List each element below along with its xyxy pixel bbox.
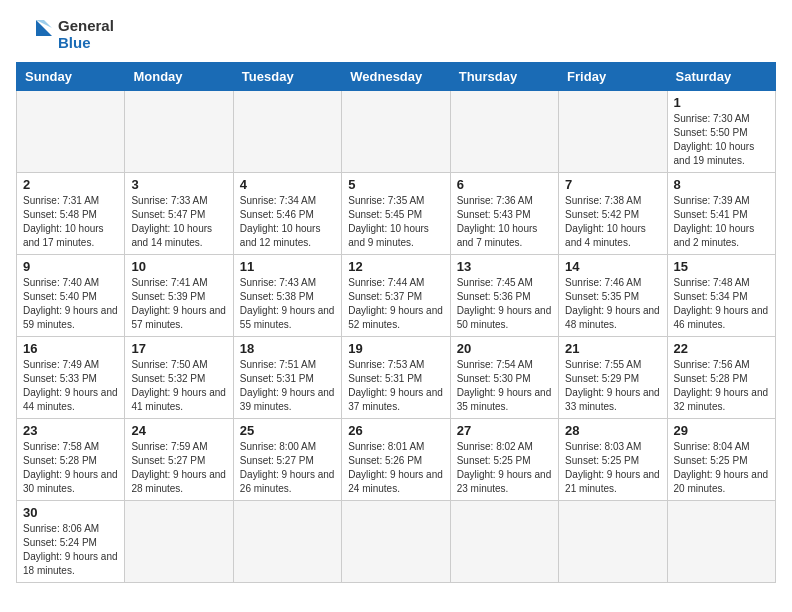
week-row-1: 1Sunrise: 7:30 AM Sunset: 5:50 PM Daylig… bbox=[17, 91, 776, 173]
day-number: 22 bbox=[674, 341, 769, 356]
week-row-4: 16Sunrise: 7:49 AM Sunset: 5:33 PM Dayli… bbox=[17, 337, 776, 419]
day-cell: 10Sunrise: 7:41 AM Sunset: 5:39 PM Dayli… bbox=[125, 255, 233, 337]
day-info: Sunrise: 8:04 AM Sunset: 5:25 PM Dayligh… bbox=[674, 440, 769, 496]
day-info: Sunrise: 7:53 AM Sunset: 5:31 PM Dayligh… bbox=[348, 358, 443, 414]
day-info: Sunrise: 7:50 AM Sunset: 5:32 PM Dayligh… bbox=[131, 358, 226, 414]
day-cell: 3Sunrise: 7:33 AM Sunset: 5:47 PM Daylig… bbox=[125, 173, 233, 255]
day-number: 10 bbox=[131, 259, 226, 274]
day-info: Sunrise: 7:38 AM Sunset: 5:42 PM Dayligh… bbox=[565, 194, 660, 250]
day-number: 3 bbox=[131, 177, 226, 192]
page-header: General Blue bbox=[16, 16, 776, 52]
day-info: Sunrise: 7:58 AM Sunset: 5:28 PM Dayligh… bbox=[23, 440, 118, 496]
day-info: Sunrise: 7:48 AM Sunset: 5:34 PM Dayligh… bbox=[674, 276, 769, 332]
day-cell: 14Sunrise: 7:46 AM Sunset: 5:35 PM Dayli… bbox=[559, 255, 667, 337]
logo-general: General bbox=[58, 17, 114, 34]
day-number: 6 bbox=[457, 177, 552, 192]
day-cell: 23Sunrise: 7:58 AM Sunset: 5:28 PM Dayli… bbox=[17, 419, 125, 501]
day-info: Sunrise: 8:01 AM Sunset: 5:26 PM Dayligh… bbox=[348, 440, 443, 496]
day-cell: 15Sunrise: 7:48 AM Sunset: 5:34 PM Dayli… bbox=[667, 255, 775, 337]
weekday-friday: Friday bbox=[559, 63, 667, 91]
day-info: Sunrise: 7:31 AM Sunset: 5:48 PM Dayligh… bbox=[23, 194, 118, 250]
day-number: 4 bbox=[240, 177, 335, 192]
logo-container: General Blue bbox=[16, 16, 114, 52]
day-number: 19 bbox=[348, 341, 443, 356]
day-cell: 22Sunrise: 7:56 AM Sunset: 5:28 PM Dayli… bbox=[667, 337, 775, 419]
weekday-monday: Monday bbox=[125, 63, 233, 91]
day-number: 26 bbox=[348, 423, 443, 438]
logo: General Blue bbox=[16, 16, 114, 52]
week-row-5: 23Sunrise: 7:58 AM Sunset: 5:28 PM Dayli… bbox=[17, 419, 776, 501]
day-info: Sunrise: 7:33 AM Sunset: 5:47 PM Dayligh… bbox=[131, 194, 226, 250]
day-cell bbox=[233, 91, 341, 173]
day-info: Sunrise: 7:45 AM Sunset: 5:36 PM Dayligh… bbox=[457, 276, 552, 332]
day-cell: 1Sunrise: 7:30 AM Sunset: 5:50 PM Daylig… bbox=[667, 91, 775, 173]
weekday-wednesday: Wednesday bbox=[342, 63, 450, 91]
day-info: Sunrise: 7:49 AM Sunset: 5:33 PM Dayligh… bbox=[23, 358, 118, 414]
weekday-thursday: Thursday bbox=[450, 63, 558, 91]
day-cell: 27Sunrise: 8:02 AM Sunset: 5:25 PM Dayli… bbox=[450, 419, 558, 501]
day-cell: 20Sunrise: 7:54 AM Sunset: 5:30 PM Dayli… bbox=[450, 337, 558, 419]
weekday-header-row: SundayMondayTuesdayWednesdayThursdayFrid… bbox=[17, 63, 776, 91]
day-cell bbox=[342, 501, 450, 583]
day-cell bbox=[125, 91, 233, 173]
day-cell bbox=[667, 501, 775, 583]
day-info: Sunrise: 7:41 AM Sunset: 5:39 PM Dayligh… bbox=[131, 276, 226, 332]
day-number: 24 bbox=[131, 423, 226, 438]
day-number: 25 bbox=[240, 423, 335, 438]
day-number: 8 bbox=[674, 177, 769, 192]
day-cell: 17Sunrise: 7:50 AM Sunset: 5:32 PM Dayli… bbox=[125, 337, 233, 419]
day-info: Sunrise: 7:36 AM Sunset: 5:43 PM Dayligh… bbox=[457, 194, 552, 250]
day-number: 27 bbox=[457, 423, 552, 438]
day-cell bbox=[125, 501, 233, 583]
day-number: 2 bbox=[23, 177, 118, 192]
day-info: Sunrise: 7:30 AM Sunset: 5:50 PM Dayligh… bbox=[674, 112, 769, 168]
week-row-2: 2Sunrise: 7:31 AM Sunset: 5:48 PM Daylig… bbox=[17, 173, 776, 255]
day-cell: 24Sunrise: 7:59 AM Sunset: 5:27 PM Dayli… bbox=[125, 419, 233, 501]
day-info: Sunrise: 7:46 AM Sunset: 5:35 PM Dayligh… bbox=[565, 276, 660, 332]
day-cell: 19Sunrise: 7:53 AM Sunset: 5:31 PM Dayli… bbox=[342, 337, 450, 419]
day-number: 29 bbox=[674, 423, 769, 438]
day-info: Sunrise: 7:40 AM Sunset: 5:40 PM Dayligh… bbox=[23, 276, 118, 332]
day-info: Sunrise: 7:34 AM Sunset: 5:46 PM Dayligh… bbox=[240, 194, 335, 250]
day-info: Sunrise: 7:56 AM Sunset: 5:28 PM Dayligh… bbox=[674, 358, 769, 414]
day-cell: 16Sunrise: 7:49 AM Sunset: 5:33 PM Dayli… bbox=[17, 337, 125, 419]
day-cell: 9Sunrise: 7:40 AM Sunset: 5:40 PM Daylig… bbox=[17, 255, 125, 337]
day-cell: 12Sunrise: 7:44 AM Sunset: 5:37 PM Dayli… bbox=[342, 255, 450, 337]
day-number: 13 bbox=[457, 259, 552, 274]
day-cell: 13Sunrise: 7:45 AM Sunset: 5:36 PM Dayli… bbox=[450, 255, 558, 337]
day-info: Sunrise: 8:02 AM Sunset: 5:25 PM Dayligh… bbox=[457, 440, 552, 496]
day-cell bbox=[233, 501, 341, 583]
day-number: 20 bbox=[457, 341, 552, 356]
day-info: Sunrise: 8:03 AM Sunset: 5:25 PM Dayligh… bbox=[565, 440, 660, 496]
day-cell bbox=[450, 91, 558, 173]
weekday-saturday: Saturday bbox=[667, 63, 775, 91]
day-cell bbox=[17, 91, 125, 173]
day-info: Sunrise: 7:51 AM Sunset: 5:31 PM Dayligh… bbox=[240, 358, 335, 414]
day-number: 23 bbox=[23, 423, 118, 438]
day-info: Sunrise: 7:44 AM Sunset: 5:37 PM Dayligh… bbox=[348, 276, 443, 332]
day-number: 9 bbox=[23, 259, 118, 274]
day-cell: 4Sunrise: 7:34 AM Sunset: 5:46 PM Daylig… bbox=[233, 173, 341, 255]
day-number: 14 bbox=[565, 259, 660, 274]
day-info: Sunrise: 7:55 AM Sunset: 5:29 PM Dayligh… bbox=[565, 358, 660, 414]
day-cell bbox=[342, 91, 450, 173]
day-cell bbox=[559, 91, 667, 173]
day-number: 5 bbox=[348, 177, 443, 192]
calendar-body: 1Sunrise: 7:30 AM Sunset: 5:50 PM Daylig… bbox=[17, 91, 776, 583]
week-row-6: 30Sunrise: 8:06 AM Sunset: 5:24 PM Dayli… bbox=[17, 501, 776, 583]
day-number: 16 bbox=[23, 341, 118, 356]
day-number: 28 bbox=[565, 423, 660, 438]
day-number: 21 bbox=[565, 341, 660, 356]
day-cell: 11Sunrise: 7:43 AM Sunset: 5:38 PM Dayli… bbox=[233, 255, 341, 337]
calendar-table: SundayMondayTuesdayWednesdayThursdayFrid… bbox=[16, 62, 776, 583]
weekday-tuesday: Tuesday bbox=[233, 63, 341, 91]
day-cell: 28Sunrise: 8:03 AM Sunset: 5:25 PM Dayli… bbox=[559, 419, 667, 501]
day-number: 7 bbox=[565, 177, 660, 192]
day-info: Sunrise: 7:54 AM Sunset: 5:30 PM Dayligh… bbox=[457, 358, 552, 414]
day-number: 1 bbox=[674, 95, 769, 110]
day-cell: 6Sunrise: 7:36 AM Sunset: 5:43 PM Daylig… bbox=[450, 173, 558, 255]
day-cell: 21Sunrise: 7:55 AM Sunset: 5:29 PM Dayli… bbox=[559, 337, 667, 419]
day-cell bbox=[450, 501, 558, 583]
day-cell: 29Sunrise: 8:04 AM Sunset: 5:25 PM Dayli… bbox=[667, 419, 775, 501]
day-number: 17 bbox=[131, 341, 226, 356]
